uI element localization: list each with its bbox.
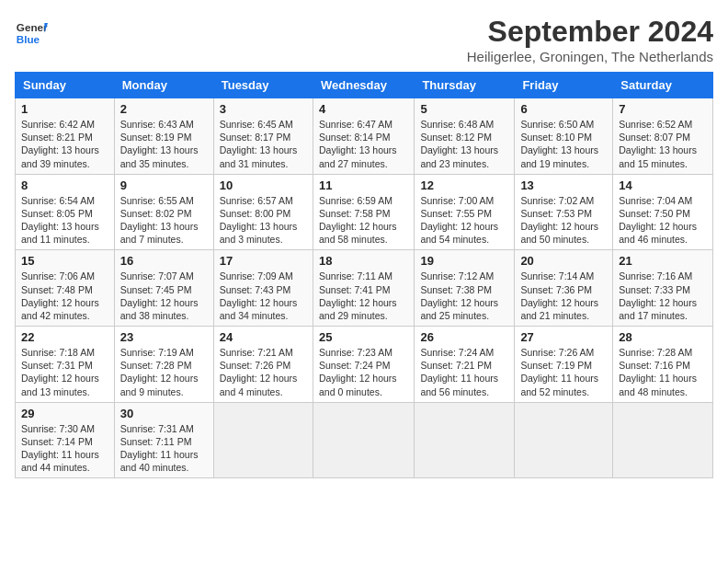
day-info: Sunrise: 7:11 AM Sunset: 7:41 PM Dayligh…	[319, 270, 408, 322]
day-info: Sunrise: 6:55 AM Sunset: 8:02 PM Dayligh…	[120, 194, 208, 247]
day-cell-10: 10Sunrise: 6:57 AM Sunset: 8:00 PM Dayli…	[213, 174, 313, 250]
calendar-week-4: 29Sunrise: 7:30 AM Sunset: 7:14 PM Dayli…	[16, 402, 713, 478]
weekday-header-wednesday: Wednesday	[313, 73, 414, 98]
day-info: Sunrise: 6:43 AM Sunset: 8:19 PM Dayligh…	[120, 118, 208, 170]
day-number: 13	[520, 178, 607, 192]
day-number: 16	[120, 254, 208, 268]
day-number: 9	[120, 178, 208, 192]
day-info: Sunrise: 7:14 AM Sunset: 7:36 PM Dayligh…	[520, 270, 607, 322]
day-cell-5: 5Sunrise: 6:48 AM Sunset: 8:12 PM Daylig…	[415, 98, 515, 175]
day-info: Sunrise: 6:45 AM Sunset: 8:17 PM Dayligh…	[220, 118, 307, 170]
day-info: Sunrise: 7:09 AM Sunset: 7:43 PM Dayligh…	[220, 270, 307, 322]
day-info: Sunrise: 7:23 AM Sunset: 7:24 PM Dayligh…	[319, 346, 408, 398]
day-cell-4: 4Sunrise: 6:47 AM Sunset: 8:14 PM Daylig…	[313, 98, 414, 175]
day-cell-16: 16Sunrise: 7:07 AM Sunset: 7:45 PM Dayli…	[114, 250, 213, 327]
day-number: 18	[319, 254, 408, 268]
svg-text:Blue: Blue	[17, 33, 40, 45]
day-cell-18: 18Sunrise: 7:11 AM Sunset: 7:41 PM Dayli…	[313, 250, 414, 327]
day-info: Sunrise: 6:48 AM Sunset: 8:12 PM Dayligh…	[420, 118, 508, 170]
day-number: 3	[220, 102, 307, 116]
day-cell-17: 17Sunrise: 7:09 AM Sunset: 7:43 PM Dayli…	[213, 250, 313, 327]
empty-cell	[415, 402, 515, 478]
day-info: Sunrise: 7:07 AM Sunset: 7:45 PM Dayligh…	[120, 270, 208, 322]
day-info: Sunrise: 7:19 AM Sunset: 7:28 PM Dayligh…	[120, 346, 208, 398]
day-info: Sunrise: 6:54 AM Sunset: 8:05 PM Dayligh…	[21, 194, 108, 247]
weekday-header-sunday: Sunday	[16, 73, 115, 98]
day-info: Sunrise: 7:30 AM Sunset: 7:14 PM Dayligh…	[21, 422, 108, 475]
weekday-header-thursday: Thursday	[415, 73, 515, 98]
day-info: Sunrise: 7:21 AM Sunset: 7:26 PM Dayligh…	[220, 346, 307, 398]
day-number: 7	[619, 102, 707, 116]
day-number: 15	[21, 254, 108, 268]
header: General Blue September 2024 Heiligerlee,…	[15, 15, 713, 64]
weekday-header-tuesday: Tuesday	[213, 73, 313, 98]
day-number: 23	[120, 330, 208, 344]
day-info: Sunrise: 6:59 AM Sunset: 7:58 PM Dayligh…	[319, 194, 408, 247]
day-cell-29: 29Sunrise: 7:30 AM Sunset: 7:14 PM Dayli…	[16, 402, 115, 478]
day-cell-8: 8Sunrise: 6:54 AM Sunset: 8:05 PM Daylig…	[16, 174, 115, 250]
day-number: 2	[120, 102, 208, 116]
day-cell-13: 13Sunrise: 7:02 AM Sunset: 7:53 PM Dayli…	[515, 174, 613, 250]
day-number: 20	[520, 254, 607, 268]
day-number: 29	[21, 407, 108, 420]
day-info: Sunrise: 7:00 AM Sunset: 7:55 PM Dayligh…	[420, 194, 508, 247]
day-number: 17	[220, 254, 307, 268]
day-cell-23: 23Sunrise: 7:19 AM Sunset: 7:28 PM Dayli…	[114, 327, 213, 403]
empty-cell	[213, 402, 313, 478]
day-cell-3: 3Sunrise: 6:45 AM Sunset: 8:17 PM Daylig…	[213, 98, 313, 175]
day-info: Sunrise: 6:52 AM Sunset: 8:07 PM Dayligh…	[619, 118, 707, 170]
calendar-title: September 2024	[467, 15, 713, 49]
day-cell-26: 26Sunrise: 7:24 AM Sunset: 7:21 PM Dayli…	[415, 327, 515, 403]
weekday-header-monday: Monday	[114, 73, 213, 98]
empty-cell	[613, 402, 713, 478]
calendar-week-2: 15Sunrise: 7:06 AM Sunset: 7:48 PM Dayli…	[16, 250, 713, 327]
day-number: 8	[21, 178, 108, 192]
day-number: 14	[619, 178, 707, 192]
day-info: Sunrise: 7:06 AM Sunset: 7:48 PM Dayligh…	[21, 270, 108, 322]
day-cell-6: 6Sunrise: 6:50 AM Sunset: 8:10 PM Daylig…	[515, 98, 613, 175]
day-number: 5	[420, 102, 508, 116]
empty-cell	[515, 402, 613, 478]
day-cell-2: 2Sunrise: 6:43 AM Sunset: 8:19 PM Daylig…	[114, 98, 213, 175]
weekday-header-saturday: Saturday	[613, 73, 713, 98]
day-info: Sunrise: 7:28 AM Sunset: 7:16 PM Dayligh…	[619, 346, 707, 398]
day-info: Sunrise: 7:31 AM Sunset: 7:11 PM Dayligh…	[120, 422, 208, 475]
day-cell-15: 15Sunrise: 7:06 AM Sunset: 7:48 PM Dayli…	[16, 250, 115, 327]
day-number: 27	[520, 330, 607, 344]
day-number: 28	[619, 330, 707, 344]
calendar-week-3: 22Sunrise: 7:18 AM Sunset: 7:31 PM Dayli…	[16, 327, 713, 403]
day-info: Sunrise: 7:04 AM Sunset: 7:50 PM Dayligh…	[619, 194, 707, 247]
calendar-week-1: 8Sunrise: 6:54 AM Sunset: 8:05 PM Daylig…	[16, 174, 713, 250]
day-cell-1: 1Sunrise: 6:42 AM Sunset: 8:21 PM Daylig…	[16, 98, 115, 175]
day-info: Sunrise: 6:42 AM Sunset: 8:21 PM Dayligh…	[21, 118, 108, 170]
day-cell-24: 24Sunrise: 7:21 AM Sunset: 7:26 PM Dayli…	[213, 327, 313, 403]
day-number: 21	[619, 254, 707, 268]
day-info: Sunrise: 7:26 AM Sunset: 7:19 PM Dayligh…	[520, 346, 607, 398]
day-info: Sunrise: 7:02 AM Sunset: 7:53 PM Dayligh…	[520, 194, 607, 247]
day-info: Sunrise: 6:47 AM Sunset: 8:14 PM Dayligh…	[319, 118, 408, 170]
day-number: 30	[120, 407, 208, 420]
logo: General Blue	[15, 15, 48, 48]
day-number: 22	[21, 330, 108, 344]
day-info: Sunrise: 7:12 AM Sunset: 7:38 PM Dayligh…	[420, 270, 508, 322]
calendar-week-0: 1Sunrise: 6:42 AM Sunset: 8:21 PM Daylig…	[16, 98, 713, 175]
day-cell-25: 25Sunrise: 7:23 AM Sunset: 7:24 PM Dayli…	[313, 327, 414, 403]
day-cell-12: 12Sunrise: 7:00 AM Sunset: 7:55 PM Dayli…	[415, 174, 515, 250]
day-number: 4	[319, 102, 408, 116]
day-info: Sunrise: 6:57 AM Sunset: 8:00 PM Dayligh…	[220, 194, 307, 247]
empty-cell	[313, 402, 414, 478]
day-cell-27: 27Sunrise: 7:26 AM Sunset: 7:19 PM Dayli…	[515, 327, 613, 403]
day-cell-22: 22Sunrise: 7:18 AM Sunset: 7:31 PM Dayli…	[16, 327, 115, 403]
weekday-header-friday: Friday	[515, 73, 613, 98]
day-cell-7: 7Sunrise: 6:52 AM Sunset: 8:07 PM Daylig…	[613, 98, 713, 175]
day-number: 6	[520, 102, 607, 116]
day-info: Sunrise: 6:50 AM Sunset: 8:10 PM Dayligh…	[520, 118, 607, 170]
calendar-table: SundayMondayTuesdayWednesdayThursdayFrid…	[15, 72, 713, 478]
day-cell-21: 21Sunrise: 7:16 AM Sunset: 7:33 PM Dayli…	[613, 250, 713, 327]
day-number: 1	[21, 102, 108, 116]
day-cell-19: 19Sunrise: 7:12 AM Sunset: 7:38 PM Dayli…	[415, 250, 515, 327]
logo-icon: General Blue	[15, 15, 48, 48]
day-cell-9: 9Sunrise: 6:55 AM Sunset: 8:02 PM Daylig…	[114, 174, 213, 250]
day-number: 11	[319, 178, 408, 192]
day-info: Sunrise: 7:24 AM Sunset: 7:21 PM Dayligh…	[420, 346, 508, 398]
